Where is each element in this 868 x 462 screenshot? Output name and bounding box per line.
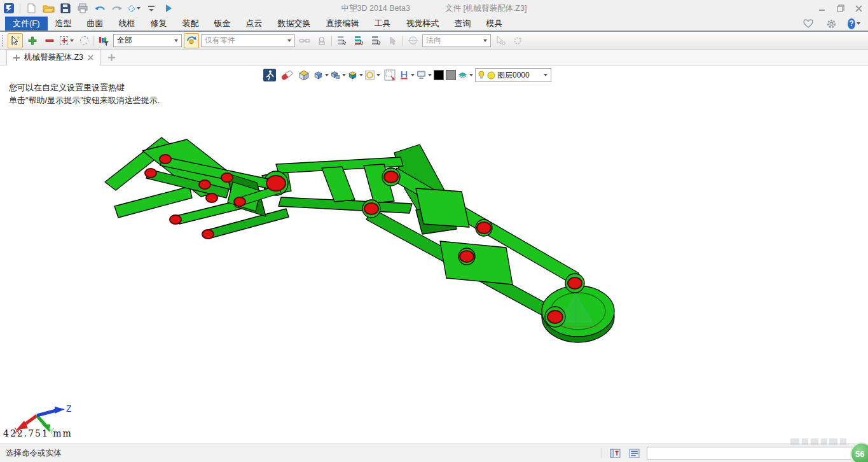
tab-direct-edit[interactable]: 直接编辑 xyxy=(319,17,367,31)
axis-z-label: Z xyxy=(66,403,72,414)
pick-last-button[interactable] xyxy=(385,33,401,48)
pick-box-icon xyxy=(60,36,68,45)
tab-inquire[interactable]: 查询 xyxy=(447,17,479,31)
save-file-icon[interactable] xyxy=(59,2,72,15)
zw3d-window: 中望3D 2014 Beta3 文件 [机械臂装配体.Z3] 文件(F) 造型 … xyxy=(0,0,868,462)
title-bar: 中望3D 2014 Beta3 文件 [机械臂装配体.Z3] xyxy=(0,0,868,17)
print-icon[interactable] xyxy=(76,2,89,15)
restore-button[interactable] xyxy=(831,1,850,15)
document-tab-label: 机械臂装配体.Z3 xyxy=(24,52,83,63)
pick-box-button[interactable] xyxy=(59,33,74,48)
pick-level-value: 仅有零件 xyxy=(205,35,235,46)
regen-gear-button[interactable] xyxy=(510,33,525,48)
tab-surface[interactable]: 曲面 xyxy=(79,17,111,31)
remove-entity-button[interactable] xyxy=(42,33,57,48)
corner-badge: 56 xyxy=(850,442,868,462)
entity-filter-button[interactable] xyxy=(96,33,111,48)
document-tab-active[interactable]: 机械臂装配体.Z3 xyxy=(6,50,100,66)
status-message: 选择命令或实体 xyxy=(6,448,62,459)
cursor-locate-button[interactable] xyxy=(493,33,508,48)
tab-mold[interactable]: 模具 xyxy=(479,17,511,31)
pick-box-dropdown-icon[interactable] xyxy=(70,39,74,42)
start-task-icon[interactable] xyxy=(162,2,175,15)
dropdown-arrow-icon[interactable] xyxy=(137,7,141,10)
toolbar-grip-handle[interactable] xyxy=(2,35,4,46)
command-list-icon[interactable] xyxy=(628,447,640,459)
tab-sheetmetal[interactable]: 钣金 xyxy=(207,17,238,31)
undo-icon[interactable] xyxy=(93,2,106,15)
redo-icon[interactable] xyxy=(111,2,123,15)
tab-assembly[interactable]: 装配 xyxy=(175,17,207,31)
tab-close-icon[interactable] xyxy=(88,55,93,60)
link-parent-button[interactable] xyxy=(297,33,312,48)
command-input[interactable] xyxy=(647,447,858,459)
document-title: 文件 [机械臂装配体.Z3] xyxy=(445,3,527,14)
compass-normal-button[interactable] xyxy=(405,33,420,48)
open-file-icon[interactable] xyxy=(42,2,55,15)
graphics-area[interactable]: 您可以在自定义设置里设置热键 单击"帮助/显示提示"按钮来取消这些提示. xyxy=(0,66,868,444)
tab-visual-style[interactable]: 视觉样式 xyxy=(399,17,447,31)
app-logo-icon xyxy=(3,2,15,15)
scale-measurement: 422.751 mm xyxy=(3,428,72,438)
help-dropdown-arrow-icon[interactable] xyxy=(857,22,860,25)
close-button[interactable] xyxy=(850,1,868,15)
status-bar: 选择命令或实体 xyxy=(0,444,868,462)
entity-filter-value: 全部 xyxy=(117,35,132,46)
selection-toolbar: 全部 仅有零件 xyxy=(0,32,868,50)
toolbar-options-icon[interactable] xyxy=(145,2,158,15)
divider xyxy=(331,36,332,46)
model-viewport[interactable] xyxy=(0,66,868,444)
list-all-button[interactable] xyxy=(334,33,349,48)
lasso-icon xyxy=(80,36,88,45)
tab-data-exchange[interactable]: 数据交换 xyxy=(270,17,319,31)
settings-gear-icon[interactable] xyxy=(825,17,837,30)
link-child-button[interactable] xyxy=(314,33,329,48)
status-bar-right xyxy=(602,447,868,459)
window-controls xyxy=(813,1,868,15)
help-icon[interactable]: ? xyxy=(848,17,860,30)
ribbon-tab-bar: 文件(F) 造型 曲面 线框 修复 装配 钣金 点云 数据交换 直接编辑 工具 … xyxy=(0,17,868,32)
orbit-rotate-button[interactable] xyxy=(184,33,199,48)
direction-combobox[interactable]: 法向 xyxy=(422,34,491,47)
tab-plus-icon xyxy=(13,55,20,61)
view-standard-icon[interactable] xyxy=(128,2,141,15)
lasso-button[interactable] xyxy=(76,33,92,48)
tab-file[interactable]: 文件(F) xyxy=(5,17,48,31)
tab-pointcloud[interactable]: 点云 xyxy=(238,17,270,31)
select-arrow-button[interactable] xyxy=(8,33,23,48)
entity-filter-combobox[interactable]: 全部 xyxy=(113,34,182,47)
pick-level-combobox[interactable]: 仅有零件 xyxy=(201,34,295,47)
direction-dropdown-icon[interactable] xyxy=(483,39,487,42)
divider xyxy=(602,448,602,458)
tab-tools[interactable]: 工具 xyxy=(367,17,399,31)
pick-level-dropdown-icon[interactable] xyxy=(287,39,291,42)
tab-repair[interactable]: 修复 xyxy=(143,17,175,31)
favorites-icon[interactable] xyxy=(802,17,815,30)
ribbon-right-icons: ? xyxy=(802,17,868,31)
robot-arm-assembly[interactable] xyxy=(105,137,614,342)
list-colored-button[interactable] xyxy=(351,33,366,48)
entity-filter-dropdown-icon[interactable] xyxy=(174,39,178,42)
minimize-button[interactable] xyxy=(813,1,831,15)
add-entity-button[interactable] xyxy=(25,33,40,48)
document-tab-bar: 机械臂装配体.Z3 xyxy=(0,50,868,66)
app-title: 中望3D 2014 Beta3 xyxy=(341,3,410,14)
new-file-icon[interactable] xyxy=(25,2,38,15)
direction-value: 法向 xyxy=(426,35,441,46)
divider xyxy=(403,36,403,46)
tab-wireframe[interactable]: 线框 xyxy=(111,17,143,31)
divider xyxy=(93,36,94,46)
quick-access-toolbar xyxy=(0,2,175,15)
new-tab-button[interactable] xyxy=(100,50,122,65)
tab-shape[interactable]: 造型 xyxy=(48,17,79,31)
help-glyph: ? xyxy=(848,18,855,29)
watermark xyxy=(790,438,846,445)
input-toggle-icon[interactable] xyxy=(609,447,621,459)
divider xyxy=(20,3,20,13)
list-gray-button[interactable] xyxy=(368,33,383,48)
